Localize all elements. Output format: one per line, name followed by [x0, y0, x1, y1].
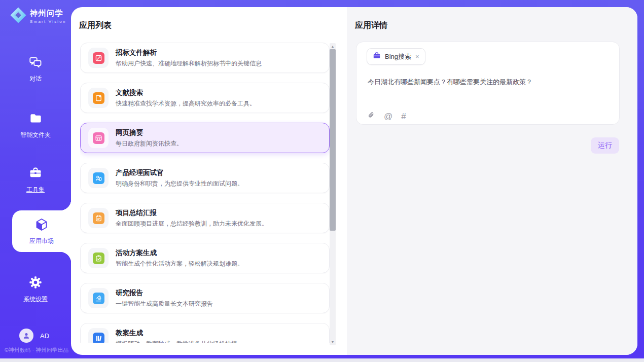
app-list-title: 应用列表	[79, 20, 112, 31]
app-description: 智能生成个性化活动方案，轻松解决规划难题。	[116, 260, 243, 268]
sidebar-item-smart-folder[interactable]: 智能文件夹	[0, 112, 71, 139]
app-card[interactable]: 产品经理面试官 明确身份和职责，为您提供专业性的面试问题。	[80, 163, 330, 193]
sidebar-item-settings[interactable]: 系统设置	[0, 275, 71, 304]
app-card[interactable]: 教案生成 模板驱动，教案秒成，教学准备从此轻松快捷	[80, 323, 330, 343]
brand-name: 神州问学	[30, 9, 66, 18]
avatar	[19, 329, 33, 343]
app-description: 模板驱动，教案秒成，教学准备从此轻松快捷	[116, 340, 237, 343]
prompt-card: Bing搜索 × 今日湖北有哪些新闻要点？有哪些需要关注的最新政策？ @ #	[356, 42, 620, 125]
close-icon[interactable]: ×	[415, 53, 419, 60]
attachment-paperclip-icon[interactable]	[367, 111, 375, 121]
scrollbar-down-arrow-icon[interactable]: ▼	[330, 339, 336, 345]
app-description: 一键智能生成高质量长文本研究报告	[116, 300, 213, 308]
main-content: 应用列表 招标文件解析 帮助用户快速、准确地理解和解析招标书中的关键信息 文献搜…	[71, 7, 637, 355]
app-icon-container	[88, 208, 109, 228]
app-description: 全面回顾项目进展，总结经验教训，助力未来优化发展。	[116, 220, 268, 228]
app-detail-panel: 应用详情 Bing搜索 × 今日湖北有哪些新闻要点？有哪些需要关注的最新政策？	[347, 7, 637, 355]
diamond-logo-icon	[10, 7, 27, 26]
app-card[interactable]: 招标文件解析 帮助用户快速、准确地理解和解析招标书中的关键信息	[80, 43, 330, 73]
app-name: 文献搜索	[116, 88, 256, 97]
app-icon-container	[88, 88, 109, 108]
sidebar-item-label: 系统设置	[23, 295, 48, 304]
sidebar-item-label: 工具集	[26, 186, 45, 194]
brand-subtitle: Smart Vision	[30, 19, 66, 24]
app-icon-container	[88, 168, 109, 188]
app-icon-container	[88, 248, 109, 268]
app-name: 招标文件解析	[116, 48, 262, 57]
user-account[interactable]: AD	[19, 329, 49, 343]
app-name: 项目总结汇报	[116, 208, 268, 218]
app-card[interactable]: 网页摘要 每日政府新闻资讯快查。	[80, 123, 330, 153]
app-icon-container	[88, 328, 109, 343]
sidebar-item-app-market[interactable]: 应用市场	[12, 210, 71, 252]
app-card[interactable]: 项目总结汇报 全面回顾项目进展，总结经验教训，助力未来优化发展。	[80, 203, 330, 233]
tool-tag-label: Bing搜索	[385, 52, 411, 61]
app-name: 产品经理面试官	[116, 168, 243, 177]
web-summary-icon	[93, 132, 104, 144]
app-card[interactable]: 活动方案生成 智能生成个性化活动方案，轻松解决规划难题。	[80, 243, 330, 273]
mention-at-icon[interactable]: @	[384, 112, 392, 121]
copyright-footer: ©神州数码 · 神州问学出品	[5, 347, 71, 354]
app-description: 明确身份和职责，为您提供专业性的面试问题。	[116, 179, 243, 188]
input-tools-row: @ #	[367, 111, 406, 121]
app-description: 帮助用户快速、准确地理解和解析招标书中的关键信息	[116, 59, 262, 68]
interviewer-icon	[93, 172, 104, 184]
app-list-panel: 应用列表 招标文件解析 帮助用户快速、准确地理解和解析招标书中的关键信息 文献搜…	[71, 7, 347, 355]
sidebar-item-toolset[interactable]: 工具集	[0, 166, 71, 194]
app-list-scroll-area: 招标文件解析 帮助用户快速、准确地理解和解析招标书中的关键信息 文献搜索 快速精…	[80, 43, 330, 343]
app-name: 研究报告	[116, 288, 213, 298]
app-name: 活动方案生成	[116, 248, 243, 258]
app-card[interactable]: 文献搜索 快速精准查找学术资源，提高研究效率的必备工具。	[80, 83, 330, 113]
sidebar-item-chat[interactable]: 对话	[0, 56, 71, 83]
sidebar-item-label: 对话	[29, 75, 42, 83]
app-icon-container	[88, 128, 109, 148]
chat-icon	[28, 56, 43, 71]
app-market-cube-icon	[34, 217, 49, 234]
brand-logo: 神州问学 Smart Vision	[10, 7, 66, 26]
app-detail-title: 应用详情	[355, 20, 387, 31]
app-icon-container	[88, 288, 109, 308]
book-icon	[93, 92, 104, 104]
toolbox-icon	[28, 166, 43, 182]
sidebar-item-label: 应用市场	[29, 237, 54, 245]
microscope-icon	[93, 293, 104, 304]
gear-icon	[28, 275, 43, 292]
notch-curve-top	[60, 199, 71, 210]
sidebar: 神州问学 Smart Vision 对话 智能文件夹	[0, 0, 71, 358]
doc-edit-icon	[93, 52, 104, 64]
notepad-icon	[93, 212, 104, 224]
scrollbar[interactable]: ▲ ▼	[330, 43, 336, 345]
folder-icon	[29, 112, 43, 127]
prompt-input[interactable]: 今日湖北有哪些新闻要点？有哪些需要关注的最新政策？	[368, 77, 606, 87]
notch-curve-bottom	[60, 252, 71, 263]
user-name: AD	[40, 332, 49, 340]
app-name: 网页摘要	[116, 128, 183, 137]
scrollbar-thumb[interactable]	[330, 49, 336, 231]
sidebar-item-label: 智能文件夹	[20, 131, 51, 139]
app-frame: 神州问学 Smart Vision 对话 智能文件夹	[0, 0, 644, 358]
app-name: 教案生成	[116, 329, 237, 338]
tool-tag-bing-search[interactable]: Bing搜索 ×	[367, 48, 425, 65]
app-description: 每日政府新闻资讯快查。	[116, 139, 183, 148]
books-icon	[93, 333, 104, 343]
topic-hash-icon[interactable]: #	[401, 112, 406, 121]
app-icon-container	[88, 48, 109, 68]
briefcase-icon	[373, 52, 381, 62]
app-description: 快速精准查找学术资源，提高研究效率的必备工具。	[116, 99, 256, 108]
app-card[interactable]: 研究报告 一键智能生成高质量长文本研究报告	[80, 283, 330, 313]
run-button[interactable]: 运行	[591, 137, 619, 154]
scrollbar-up-arrow-icon[interactable]: ▲	[330, 44, 336, 49]
clipboard-icon	[93, 252, 104, 264]
